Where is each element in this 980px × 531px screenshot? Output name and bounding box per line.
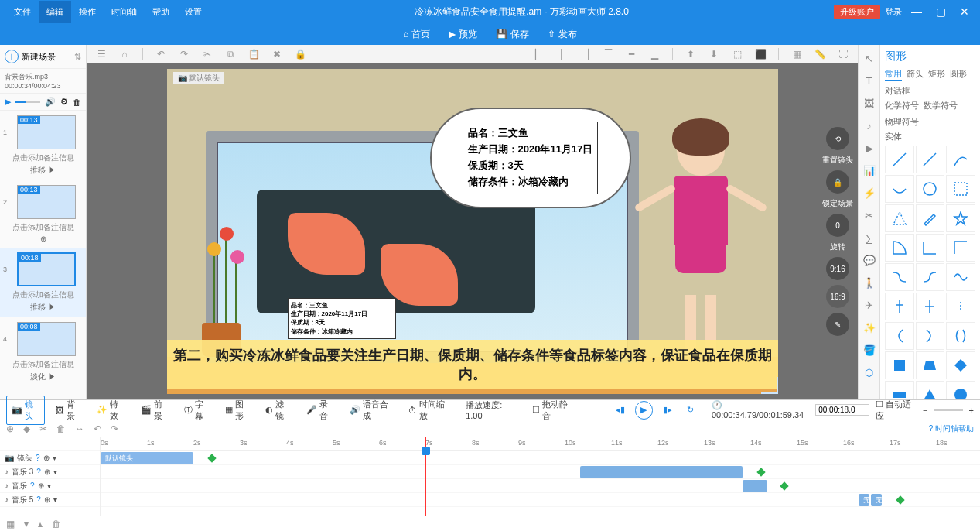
foot-down[interactable]: ▾ [24, 519, 29, 529]
edit-button[interactable]: ✎ [826, 313, 849, 336]
copy-icon[interactable]: ⧉ [225, 49, 236, 60]
audio-clip-5b[interactable]: 无 [871, 494, 882, 506]
next-frame-button[interactable]: ▮▸ [659, 401, 676, 420]
tl-undo-icon[interactable]: ↶ [94, 423, 101, 434]
publish-button[interactable]: ⇧ 发布 [548, 28, 577, 41]
bgm-vol-icon[interactable]: 🔊 [45, 97, 56, 107]
audio-clip-1[interactable] [743, 480, 767, 492]
shape-line-2[interactable] [916, 146, 945, 173]
shape-s-curve-2[interactable] [916, 263, 945, 291]
shape-triangle-fill[interactable] [916, 381, 945, 399]
scene-thumb-1[interactable]: 1 00:13 点击添加备注信息 推移 ▶ [0, 111, 86, 180]
menu-settings[interactable]: 设置 [177, 1, 210, 23]
shape-cross-1[interactable] [885, 293, 914, 320]
new-scene-button[interactable]: + 新建场景 ⇅ [0, 45, 86, 69]
align-top-icon[interactable]: ▔ [603, 49, 613, 60]
shape-star-line[interactable] [946, 204, 975, 232]
paste-icon[interactable]: 📋 [248, 49, 259, 60]
group-icon[interactable]: ⬚ [732, 49, 743, 60]
minimize-button[interactable]: — [907, 2, 927, 21]
character-tool-icon[interactable]: 🚶 [863, 277, 876, 289]
redo-icon[interactable]: ↷ [179, 49, 190, 60]
cut-icon[interactable]: ✂ [202, 49, 213, 60]
shape-arc[interactable] [946, 146, 975, 173]
shape-rect-fill[interactable] [885, 381, 914, 399]
audio-clip-3[interactable] [580, 466, 743, 478]
undo-icon[interactable]: ↶ [155, 49, 166, 60]
ratio-button-16-9[interactable]: 16:9 [826, 285, 849, 308]
tl-key-icon[interactable]: ◆ [23, 423, 30, 434]
shape-parens[interactable] [946, 322, 975, 350]
shape-rect-dotted[interactable] [946, 175, 975, 203]
tl-del-icon[interactable]: 🗑 [56, 423, 66, 434]
shape-paren-l[interactable] [885, 322, 914, 350]
tab-solid[interactable]: 实体 [885, 131, 902, 142]
effect-tool-icon[interactable]: ✨ [863, 322, 876, 334]
image-tool-icon[interactable]: 🖼 [864, 98, 874, 109]
prev-frame-button[interactable]: ◂▮ [612, 401, 629, 420]
select-tool-icon[interactable]: ↖ [865, 53, 873, 64]
lock-scene-button[interactable]: 🔒 [826, 170, 849, 194]
fill-tool-icon[interactable]: 🪣 [863, 344, 876, 356]
menu-help[interactable]: 帮助 [145, 1, 177, 23]
bgm-settings-icon[interactable]: ⚙ [60, 97, 68, 107]
zoom-slider[interactable] [934, 409, 962, 411]
close-button[interactable]: ✕ [955, 2, 974, 21]
tab-arrow[interactable]: 箭头 [907, 68, 924, 81]
transition-1[interactable]: 推移 ▶ [5, 165, 81, 176]
shape-cross-2[interactable] [916, 293, 945, 320]
shape-dash[interactable] [946, 293, 975, 320]
grid-icon[interactable]: ▦ [791, 49, 802, 60]
shape-triangle-dotted[interactable] [885, 204, 914, 232]
bring-front-icon[interactable]: ⬆ [685, 49, 696, 60]
chart-tool-icon[interactable]: 📊 [863, 165, 876, 176]
menu-file[interactable]: 文件 [6, 1, 39, 23]
tl-redo-icon[interactable]: ↷ [111, 423, 118, 434]
menu-edit[interactable]: 编辑 [39, 1, 71, 23]
shape-corner[interactable] [916, 234, 945, 262]
scissors-tool-icon[interactable]: ✂ [865, 210, 873, 221]
shape-square-fill[interactable] [885, 351, 914, 379]
text-tool-icon[interactable]: T [866, 75, 872, 87]
track-a5-lane[interactable]: 无无 [101, 493, 980, 507]
loop-button[interactable]: ↻ [682, 401, 699, 420]
list-icon[interactable]: ☰ [96, 49, 107, 60]
lock-icon[interactable]: 🔒 [295, 49, 306, 60]
align-left-icon[interactable]: ▏ [533, 49, 544, 60]
menu-action[interactable]: 操作 [71, 1, 104, 23]
timeline-help[interactable]: ? 时间轴帮助 [929, 423, 974, 434]
zoom-out-button[interactable]: − [923, 406, 927, 415]
home-icon[interactable]: ⌂ [119, 49, 130, 60]
bgm-slider[interactable] [15, 101, 40, 103]
foot-up[interactable]: ▴ [38, 519, 43, 529]
time-input[interactable] [815, 404, 869, 416]
shape-line[interactable] [885, 146, 914, 173]
speed-label[interactable]: 播放速度: 1.00 [461, 397, 521, 423]
plane-tool-icon[interactable]: ✈ [865, 300, 873, 311]
formula-tool-icon[interactable]: ∑ [866, 232, 872, 244]
fullscreen-icon[interactable]: ⛶ [838, 49, 849, 60]
tab-rect[interactable]: 矩形 [928, 68, 945, 81]
tab-circle[interactable]: 圆形 [950, 68, 967, 81]
tab-math[interactable]: 数学符号 [924, 100, 958, 111]
align-right-icon[interactable]: ▕ [579, 49, 590, 60]
camera-clip[interactable]: 默认镜头 [101, 452, 193, 464]
scene-thumb-3[interactable]: 3 00:18 点击添加备注信息 推移 ▶ [0, 248, 86, 317]
tab-common[interactable]: 常用 [885, 68, 902, 81]
tl-split-icon[interactable]: ✂ [39, 423, 47, 434]
scene-thumb-2[interactable]: 2 00:13 点击添加备注信息 ⊕ [0, 180, 86, 248]
preview-button[interactable]: ▶ 预览 [449, 28, 477, 41]
zoom-in-button[interactable]: + [969, 406, 974, 415]
reset-camera-button[interactable]: ⟲ [826, 127, 849, 150]
shape-wave[interactable] [946, 263, 975, 291]
tab-dialog[interactable]: 对话框 [885, 85, 910, 97]
audio-clip-5a[interactable]: 无 [859, 494, 869, 506]
login-button[interactable]: 登录 [885, 6, 902, 18]
transition-3[interactable]: 推移 ▶ [5, 302, 81, 313]
shape-s-curve[interactable] [885, 263, 914, 291]
shape-trap-fill[interactable] [916, 351, 945, 379]
align-center-icon[interactable]: │ [556, 49, 567, 60]
transition-4[interactable]: 淡化 ▶ [5, 372, 81, 382]
playhead[interactable] [425, 437, 426, 516]
add-transition-2[interactable]: ⊕ [5, 235, 81, 243]
